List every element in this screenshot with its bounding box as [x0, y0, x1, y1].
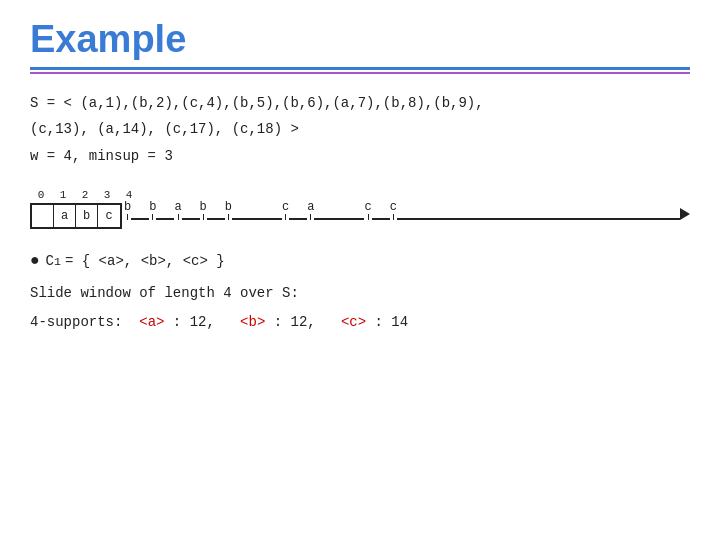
axis-label-c2: c [364, 201, 371, 213]
page-title: Example [30, 18, 690, 61]
divider-top [30, 67, 690, 70]
window-cell-b: b [76, 205, 98, 227]
timeline-row: 0 1 2 3 4 a b c [30, 187, 690, 234]
c1-subscript: 1 [54, 253, 61, 272]
window-cell-a: a [54, 205, 76, 227]
axis-line-4 [207, 218, 225, 220]
window-cell-0 [32, 205, 54, 227]
supports-prefix: 4-supports: [30, 314, 131, 330]
axis-stem-c2 [368, 214, 369, 220]
axis-line-7 [314, 218, 364, 220]
w-minsup-line: w = 4, minsup = 3 [30, 145, 690, 167]
axis-tick-c3: c [390, 201, 397, 220]
window-num-4: 4 [118, 187, 140, 205]
window-num-2: 2 [74, 187, 96, 205]
axis-tick-b2: b [149, 201, 156, 220]
supports-a-label: <a> [139, 314, 164, 330]
axis-stem-c1 [285, 214, 286, 220]
window-cell-c: c [98, 205, 120, 227]
axis-tick-b4: b [225, 201, 232, 220]
supports-line: 4-supports: <a> : 12, <b> : 12, <c> : 14 [30, 311, 690, 333]
axis-tick-b3: b [200, 201, 207, 220]
axis-line-9 [397, 218, 680, 220]
axis-line-1 [131, 218, 149, 220]
axis-arrow [680, 208, 690, 220]
supports-c-label: <c> [341, 314, 366, 330]
axis-label-a2: a [307, 201, 314, 213]
axis-line-3 [182, 218, 200, 220]
axis-stem-b3 [203, 214, 204, 220]
divider-bottom [30, 72, 690, 74]
axis-label-b4: b [225, 201, 232, 213]
axis-tick-c2: c [364, 201, 371, 220]
axis-line-5 [232, 218, 282, 220]
axis-label-b3: b [200, 201, 207, 213]
window-numbers: 0 1 2 3 4 [30, 187, 140, 205]
axis-line-8 [372, 218, 390, 220]
axis-label-c1: c [282, 201, 289, 213]
axis-tick-a1: a [174, 201, 181, 220]
bullet: ● [30, 249, 40, 275]
axis-stem-b1 [127, 214, 128, 220]
c1-set: = { <a>, <b>, <c> } [65, 250, 225, 272]
axis-stem-c3 [393, 214, 394, 220]
axis-label-a1: a [174, 201, 181, 213]
c1-line: ● C1 = { <a>, <b>, <c> } [30, 249, 690, 275]
supports-a-val: : 12, [173, 314, 232, 330]
axis-label-b2: b [149, 201, 156, 213]
c1-label: C [46, 250, 54, 272]
supports-b-label: <b> [240, 314, 265, 330]
window-num-0: 0 [30, 187, 52, 205]
window-num-1: 1 [52, 187, 74, 205]
axis-tick-c1: c [282, 201, 289, 220]
window-num-3: 3 [96, 187, 118, 205]
axis-stem-a2 [310, 214, 311, 220]
sequence-line1: S = < (a,1),(b,2),(c,4),(b,5),(b,6),(a,7… [30, 92, 690, 114]
axis-line-2 [156, 218, 174, 220]
axis-label-c3: c [390, 201, 397, 213]
sequence-line2: (c,13), (a,14), (c,17), (c,18) > [30, 118, 690, 140]
axis-line-6 [289, 218, 307, 220]
slide-line: Slide window of length 4 over S: [30, 282, 690, 304]
axis-stem-b2 [152, 214, 153, 220]
supports-b-val: : 12, [274, 314, 333, 330]
supports-c-val: : 14 [375, 314, 409, 330]
axis-stem-a1 [178, 214, 179, 220]
axis-tick-a2: a [307, 201, 314, 220]
axis-stem-b4 [228, 214, 229, 220]
window-box: a b c [30, 203, 122, 229]
